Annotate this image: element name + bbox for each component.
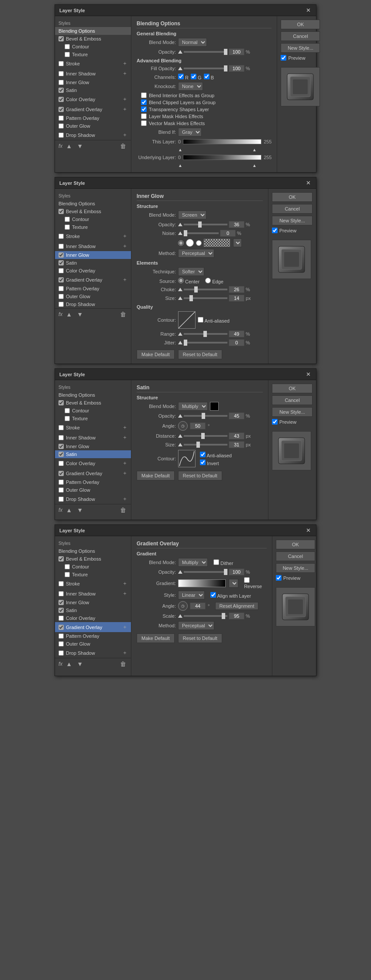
opacity-slider-4[interactable]	[184, 571, 227, 573]
sidebar-item-stroke-4[interactable]: Stroke ＋	[55, 578, 131, 589]
ok-button-2[interactable]: OK	[272, 192, 313, 202]
channel-g-1[interactable]	[191, 74, 196, 79]
add-stroke-icon-1[interactable]: ＋	[122, 60, 127, 67]
sidebar-item-bevel-emboss-1[interactable]: Bevel & Emboss	[55, 35, 131, 43]
fx-trash-btn-2[interactable]: 🗑	[119, 311, 127, 318]
sidebar-item-stroke-2[interactable]: Stroke ＋	[55, 231, 131, 241]
checkbox-gradient-overlay-4[interactable]	[58, 625, 64, 630]
cancel-button-3[interactable]: Cancel	[272, 395, 313, 405]
align-layer-label-4[interactable]: Align with Layer	[210, 592, 251, 599]
add-drop-shadow-icon-3[interactable]: ＋	[122, 495, 127, 503]
distance-slider-3[interactable]	[184, 435, 227, 437]
new-style-button-2[interactable]: New Style...	[272, 216, 313, 225]
fx-trash-btn-3[interactable]: 🗑	[119, 507, 127, 514]
blend-if-select-1[interactable]: Gray	[178, 128, 202, 136]
add-gradient-overlay-icon-3[interactable]: ＋	[122, 470, 127, 477]
checkbox-drop-shadow-1[interactable]	[58, 133, 64, 138]
add-inner-shadow-icon-1[interactable]: ＋	[122, 70, 127, 77]
sidebar-item-outer-glow-4[interactable]: Outer Glow	[55, 640, 131, 648]
sidebar-item-gradient-overlay-4[interactable]: Gradient Overlay ＋	[55, 622, 131, 632]
make-default-btn-4[interactable]: Make Default	[137, 633, 175, 643]
checkbox-contour-4[interactable]	[65, 564, 70, 569]
checkbox-inner-shadow-1[interactable]	[58, 71, 64, 76]
add-color-overlay-icon-1[interactable]: ＋	[122, 95, 127, 103]
ok-button-4[interactable]: OK	[276, 540, 315, 549]
color-circle-2[interactable]	[186, 239, 194, 247]
invert-label-3[interactable]: Invert	[200, 459, 232, 466]
sidebar-item-texture-3[interactable]: Texture	[55, 415, 131, 422]
gradient-radio-2[interactable]	[196, 240, 202, 246]
anti-aliased-cb-2[interactable]	[198, 317, 203, 323]
checkbox-drop-shadow-4[interactable]	[58, 650, 64, 656]
sidebar-item-stroke-1[interactable]: Stroke ＋	[55, 58, 131, 68]
checkbox-inner-glow-1[interactable]	[58, 80, 64, 85]
jitter-slider-2[interactable]	[184, 342, 227, 344]
checkbox-inner-shadow-2[interactable]	[58, 244, 64, 249]
cancel-button-4[interactable]: Cancel	[276, 551, 315, 561]
angle-dial-4[interactable]: ◷	[178, 601, 188, 611]
checkbox-bevel-emboss-4[interactable]	[58, 556, 64, 561]
this-layer-bar-1[interactable]	[183, 139, 261, 144]
make-default-btn-2[interactable]: Make Default	[137, 350, 175, 359]
checkbox-stroke-3[interactable]	[58, 425, 64, 430]
sidebar-item-satin-2[interactable]: Satin	[55, 259, 131, 267]
checkbox-contour-2[interactable]	[65, 217, 70, 222]
opacity-slider-2[interactable]	[184, 224, 227, 225]
sidebar-item-inner-glow-1[interactable]: Inner Glow	[55, 78, 131, 86]
sidebar-item-bevel-emboss-2[interactable]: Bevel & Emboss	[55, 208, 131, 215]
sidebar-item-inner-shadow-4[interactable]: Inner Shadow ＋	[55, 589, 131, 599]
add-inner-shadow-icon-4[interactable]: ＋	[122, 590, 127, 597]
preview-cb-3[interactable]	[272, 419, 278, 425]
method-select-4[interactable]: Perceptual	[178, 621, 214, 630]
fx-down-btn-4[interactable]: ▼	[76, 660, 84, 667]
checkbox-texture-1[interactable]	[65, 52, 70, 57]
preview-cb-2[interactable]	[272, 228, 278, 233]
gradient-bar-4[interactable]	[178, 579, 226, 587]
edge-label-2[interactable]: Edge	[205, 278, 223, 284]
add-stroke-icon-3[interactable]: ＋	[122, 424, 127, 431]
dither-cb-4[interactable]	[213, 559, 219, 565]
sidebar-item-pattern-overlay-3[interactable]: Pattern Overlay	[55, 478, 131, 486]
method-select-2[interactable]: Perceptual	[178, 249, 214, 258]
checkbox-contour-3[interactable]	[65, 408, 70, 413]
sidebar-item-texture-1[interactable]: Texture	[55, 51, 131, 58]
gradient-dropdown-2[interactable]: ▼	[233, 238, 242, 247]
add-gradient-overlay-icon-1[interactable]: ＋	[122, 105, 127, 113]
checkbox-inner-shadow-4[interactable]	[58, 591, 64, 596]
new-style-button-1[interactable]: New Style...	[281, 43, 320, 53]
checkbox-satin-4[interactable]	[58, 608, 64, 613]
sidebar-item-outer-glow-3[interactable]: Outer Glow	[55, 486, 131, 494]
sidebar-item-stroke-3[interactable]: Stroke ＋	[55, 422, 131, 432]
fx-up-btn-1[interactable]: ▲	[65, 143, 73, 150]
blend-interior-cb-1[interactable]	[141, 92, 147, 98]
knockout-select-1[interactable]: None	[178, 82, 203, 91]
sidebar-item-satin-3[interactable]: Satin	[55, 450, 131, 458]
sidebar-item-contour-2[interactable]: Contour	[55, 215, 131, 223]
cancel-button-2[interactable]: Cancel	[272, 204, 313, 214]
sidebar-item-color-overlay-2[interactable]: Color Overlay	[55, 267, 131, 275]
checkbox-stroke-1[interactable]	[58, 61, 64, 66]
underlying-layer-bar-1[interactable]	[183, 155, 261, 160]
fx-down-btn-3[interactable]: ▼	[76, 507, 84, 514]
sidebar-item-color-overlay-1[interactable]: Color Overlay ＋	[55, 94, 131, 104]
sidebar-item-satin-4[interactable]: Satin	[55, 606, 131, 614]
anti-aliased-label-3[interactable]: Anti-aliased	[200, 452, 232, 458]
checkbox-color-overlay-2[interactable]	[58, 268, 64, 273]
checkbox-texture-2[interactable]	[65, 225, 70, 230]
checkbox-satin-3[interactable]	[58, 452, 64, 457]
checkbox-inner-glow-3[interactable]	[58, 444, 64, 449]
layer-mask-cb-1[interactable]	[141, 113, 147, 119]
opacity-slider-3[interactable]	[184, 415, 227, 417]
channel-b-1[interactable]	[204, 74, 210, 79]
ok-button-3[interactable]: OK	[272, 384, 313, 393]
fill-opacity-slider-1[interactable]	[184, 68, 227, 69]
sidebar-item-bevel-emboss-4[interactable]: Bevel & Emboss	[55, 555, 131, 563]
sidebar-item-pattern-overlay-4[interactable]: Pattern Overlay	[55, 632, 131, 640]
fx-trash-btn-4[interactable]: 🗑	[119, 660, 127, 667]
sidebar-item-blending-options-4[interactable]: Blending Options	[55, 547, 131, 555]
checkbox-pattern-overlay-4[interactable]	[58, 633, 64, 639]
add-stroke-icon-2[interactable]: ＋	[122, 232, 127, 240]
make-default-btn-3[interactable]: Make Default	[137, 471, 175, 480]
edge-radio-2[interactable]	[205, 278, 211, 283]
checkbox-satin-2[interactable]	[58, 260, 64, 265]
